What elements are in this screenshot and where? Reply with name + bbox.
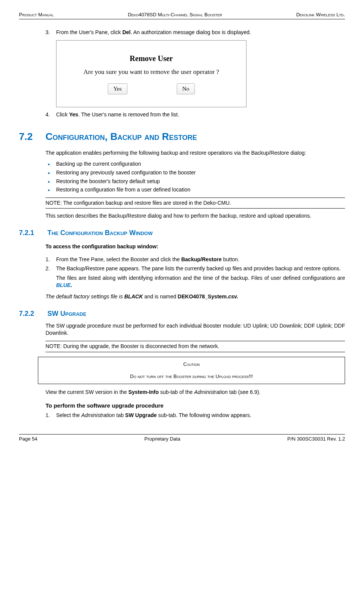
list-item: Restoring the booster's factory default …	[46, 178, 345, 185]
note: NOTE: During the upgrade, the Booster is…	[46, 341, 345, 352]
section-number: 7.2.2	[19, 309, 46, 318]
step-number: 1.	[46, 256, 56, 264]
section-7-2-2: 7.2.2 SW Upgrade	[46, 309, 345, 318]
section-7-2: 7.2 Configuration, Backup and Restore	[46, 130, 345, 143]
step-text: From the User's Pane, click Del. An auth…	[56, 29, 345, 36]
remove-user-dialog: Remove User Are you sure you want to rem…	[56, 40, 246, 107]
header-left: Product Manual	[19, 11, 54, 18]
section-title: SW Upgrade	[47, 310, 86, 317]
footer-center: Proprietary Data	[144, 436, 180, 442]
footer-left: Page 54	[19, 436, 37, 442]
step-number: 1.	[46, 412, 56, 419]
section-intro: The application enables performing the f…	[46, 149, 345, 157]
step-number: 3.	[46, 29, 56, 36]
bullet-list: Backing up the current configuration Res…	[46, 160, 345, 193]
access-heading: To access the configuration backup windo…	[46, 243, 345, 251]
note: NOTE: The configuration backup and resto…	[46, 198, 345, 209]
procedure-heading: To perform the software upgrade procedur…	[46, 402, 345, 409]
sw-intro: The SW upgrade procedure must be perform…	[46, 322, 345, 337]
yes-button[interactable]: Yes	[108, 83, 127, 94]
step-text: Click Yes. The User's name is removed fr…	[56, 111, 345, 119]
section-title: Configuration, Backup and Restore	[46, 130, 197, 143]
page-header: Product Manual Deko4078SD Multi-Channel …	[19, 11, 345, 19]
caution-title: Caution	[42, 361, 341, 368]
section-number: 7.2	[19, 130, 46, 143]
proc-step-1: 1. Select the Administration tab SW Upgr…	[46, 412, 345, 419]
step-subtext: The files are listed along with identify…	[56, 274, 345, 289]
step-number: 4.	[46, 111, 56, 119]
section-title: The Configuration Backup Window	[47, 229, 152, 237]
footer-right: P/N 300SC30031 Rev. 1.2	[287, 436, 345, 442]
step-4: 4. Click Yes. The User's name is removed…	[46, 111, 345, 119]
step-3: 3. From the User's Pane, click Del. An a…	[46, 29, 345, 36]
section-number: 7.2.1	[19, 228, 46, 238]
step-text: From the Tree Pane, select the Booster a…	[56, 256, 345, 264]
section-desc: This section describes the Backup/Restor…	[46, 212, 345, 220]
step-text: The Backup/Restore pane appears. The pan…	[56, 265, 345, 273]
step-1: 1. From the Tree Pane, select the Booste…	[46, 256, 345, 264]
page-footer: Page 54 Proprietary Data P/N 300SC30031 …	[19, 434, 345, 442]
dialog-title: Remove User	[130, 53, 173, 64]
view-version: View the current SW version in the Syste…	[46, 389, 345, 396]
list-item: Restoring a configuration file from a us…	[46, 186, 345, 194]
default-file-note: The default factory settings file is BLA…	[46, 293, 345, 301]
header-right: Dekolink Wireless Ltd.	[296, 11, 345, 18]
section-7-2-1: 7.2.1 The Configuration Backup Window	[46, 228, 345, 238]
list-item: Restoring any previously saved configura…	[46, 169, 345, 177]
list-item: Backing up the current configuration	[46, 160, 345, 168]
caution-box: Caution Do not turn off the Booster duri…	[38, 357, 345, 384]
caution-text: Do not turn off the Booster during the U…	[42, 373, 341, 380]
no-button[interactable]: No	[177, 83, 195, 94]
dialog-message: Are you sure you want to remove the user…	[83, 67, 219, 77]
header-center: Deko4078SD Multi-Channel Signal Booster	[128, 11, 222, 18]
step-2: 2. The Backup/Restore pane appears. The …	[46, 265, 345, 273]
step-2-sub: The files are listed along with identify…	[46, 274, 345, 289]
step-number: 2.	[46, 265, 56, 273]
step-text: Select the Administration tab SW Upgrade…	[56, 412, 345, 419]
